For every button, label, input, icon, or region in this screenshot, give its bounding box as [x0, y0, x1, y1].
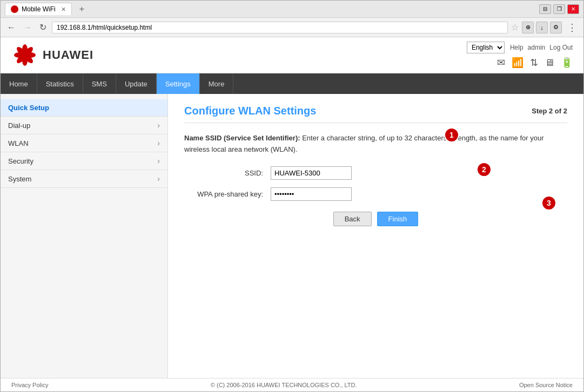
logout-link[interactable]: Log Out — [549, 44, 573, 51]
header-right: English Help admin Log Out ✉ 📶 ⇅ 🖥 🔋 — [467, 42, 573, 69]
nav-bar: Home Statistics SMS Update Settings More — [1, 73, 583, 94]
nav-item-statistics[interactable]: Statistics — [37, 73, 83, 94]
tab-title: Mobile WiFi — [22, 5, 56, 13]
sidebar-item-system[interactable]: System › — [1, 170, 167, 188]
sidebar-item-security[interactable]: Security › — [1, 152, 167, 170]
header-top-right: English Help admin Log Out — [467, 42, 573, 53]
tab-favicon — [11, 5, 18, 13]
system-arrow-icon: › — [157, 174, 160, 183]
description-bold: Name SSID (Service Set Identifier): — [184, 134, 300, 142]
wlan-arrow-icon: › — [157, 139, 160, 147]
nav-item-home[interactable]: Home — [1, 73, 37, 94]
tab-close-button[interactable]: ✕ — [61, 6, 66, 13]
main-content: Quick Setup Dial-up › WLAN › Security › … — [1, 94, 583, 378]
title-bar: Mobile WiFi ✕ + ⊟ ❐ ✕ — [1, 1, 583, 18]
help-link[interactable]: Help — [510, 44, 523, 51]
dialup-arrow-icon: › — [157, 121, 160, 130]
close-button[interactable]: ✕ — [567, 4, 579, 14]
wpa-input[interactable] — [271, 187, 352, 201]
header-links: Help admin Log Out — [510, 44, 573, 51]
ext-button-2[interactable]: ↓ — [536, 22, 548, 33]
email-icon[interactable]: ✉ — [497, 57, 505, 69]
nav-item-settings[interactable]: Settings — [157, 73, 200, 94]
forward-nav-button[interactable]: → — [21, 22, 34, 33]
page-footer: Privacy Policy © (C) 2006-2016 HUAWEI TE… — [1, 378, 583, 391]
ext-button-3[interactable]: ⚙ — [550, 22, 562, 33]
minimize-button[interactable]: ⊟ — [539, 4, 551, 14]
wpa-form-row: WPA pre-shared key: — [184, 187, 567, 201]
actions-area: Back Finish 3 — [184, 212, 567, 226]
nav-item-sms[interactable]: SMS — [83, 73, 116, 94]
content-header: Configure WLAN Settings Step 2 of 2 — [184, 105, 567, 123]
window-controls: ⊟ ❐ ✕ — [539, 4, 579, 14]
ssid-form-row: SSID: — [184, 166, 567, 180]
copyright-text: © (C) 2006-2016 HUAWEI TECHNOLOGIES CO.,… — [211, 382, 357, 388]
browser-menu-button[interactable]: ⋮ — [565, 22, 579, 33]
new-tab-button[interactable]: + — [75, 2, 89, 16]
admin-label: admin — [528, 44, 546, 51]
open-source-link[interactable]: Open Source Notice — [519, 382, 573, 388]
huawei-logo-icon — [11, 44, 38, 66]
back-nav-button[interactable]: ← — [5, 22, 18, 33]
title-bar-left: Mobile WiFi ✕ + — [5, 2, 89, 16]
bookmark-icon[interactable]: ☆ — [511, 22, 519, 32]
browser-tab[interactable]: Mobile WiFi ✕ — [5, 3, 72, 15]
page: HUAWEI English Help admin Log Out ✉ 📶 — [1, 37, 583, 391]
page-title: Configure WLAN Settings — [184, 105, 316, 117]
back-button[interactable]: Back — [333, 212, 372, 226]
reload-button[interactable]: ↻ — [37, 21, 49, 33]
maximize-button[interactable]: ❐ — [553, 4, 565, 14]
security-arrow-icon: › — [157, 157, 160, 165]
huawei-logo: HUAWEI — [11, 44, 93, 66]
sidebar: Quick Setup Dial-up › WLAN › Security › … — [1, 94, 168, 378]
data-transfer-icon: ⇅ — [530, 57, 538, 69]
ssid-input[interactable] — [271, 166, 352, 180]
sidebar-item-wlan[interactable]: WLAN › — [1, 134, 167, 152]
wpa-label: WPA pre-shared key: — [184, 190, 271, 198]
sidebar-item-dialup[interactable]: Dial-up › — [1, 117, 167, 134]
ssid-label: SSID: — [184, 169, 271, 177]
screen-icon: 🖥 — [545, 57, 554, 69]
signal-icon: 📶 — [512, 57, 523, 69]
form-actions: Back Finish — [184, 212, 567, 226]
ext-button-1[interactable]: ⊕ — [522, 22, 534, 33]
content-panel: Configure WLAN Settings Step 2 of 2 Name… — [168, 94, 583, 378]
step-info: Step 2 of 2 — [532, 107, 567, 115]
address-bar: ← → ↻ ☆ ⊕ ↓ ⚙ ⋮ — [1, 18, 583, 37]
nav-item-more[interactable]: More — [200, 73, 234, 94]
config-description: Name SSID (Service Set Identifier): Ente… — [184, 133, 567, 156]
battery-icon: 🔋 — [561, 57, 573, 69]
sidebar-item-quicksetup[interactable]: Quick Setup — [1, 99, 167, 117]
browser-frame: Mobile WiFi ✕ + ⊟ ❐ ✕ ← → ↻ ☆ ⊕ ↓ ⚙ ⋮ — [0, 0, 584, 392]
header-icons: ✉ 📶 ⇅ 🖥 🔋 — [497, 57, 573, 69]
nav-item-update[interactable]: Update — [116, 73, 157, 94]
finish-button[interactable]: Finish — [377, 212, 419, 226]
brand-name: HUAWEI — [43, 48, 93, 62]
language-select[interactable]: English — [467, 42, 505, 53]
extension-icons: ⊕ ↓ ⚙ — [522, 22, 562, 33]
router-header: HUAWEI English Help admin Log Out ✉ 📶 — [1, 37, 583, 73]
privacy-policy-link[interactable]: Privacy Policy — [11, 382, 48, 388]
address-input[interactable] — [52, 22, 508, 33]
